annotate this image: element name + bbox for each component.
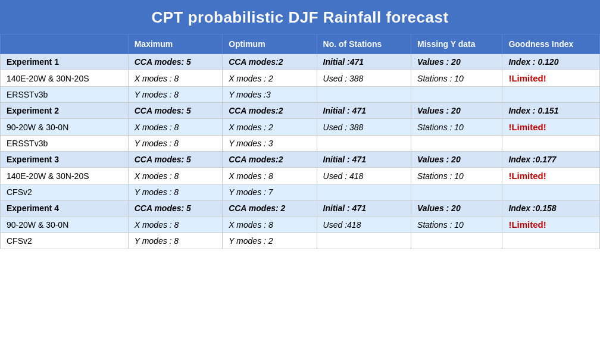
table-cell: 90-20W & 30-0N xyxy=(1,216,129,233)
table-cell: Y modes : 8 xyxy=(128,184,222,200)
table-cell: Experiment 4 xyxy=(1,200,129,216)
table-cell: X modes : 8 xyxy=(128,216,222,233)
table-cell: 140E-20W & 30N-20S xyxy=(1,70,129,87)
table-cell: !Limited! xyxy=(502,216,600,233)
table-row: 140E-20W & 30N-20SX modes : 8X modes : 2… xyxy=(1,70,600,87)
page-title: CPT probabilistic DJF Rainfall forecast xyxy=(0,0,600,34)
table-cell: ERSSTv3b xyxy=(1,87,129,103)
table-cell: Values : 20 xyxy=(411,54,502,70)
table-body: Experiment 1CCA modes: 5CCA modes:2Initi… xyxy=(1,54,600,249)
table-cell: Index :0.158 xyxy=(502,200,600,216)
table-cell: Index : 0.151 xyxy=(502,103,600,119)
table-cell: Index : 0.120 xyxy=(502,54,600,70)
table-cell xyxy=(411,136,502,152)
table-cell: Initial : 471 xyxy=(317,103,411,119)
table-row: 140E-20W & 30N-20SX modes : 8X modes : 8… xyxy=(1,168,600,184)
table-cell xyxy=(502,136,600,152)
table-cell: Experiment 3 xyxy=(1,152,129,168)
table-cell: Y modes : 2 xyxy=(223,233,317,249)
table-row: Experiment 4CCA modes: 5CCA modes: 2Init… xyxy=(1,200,600,216)
table-cell xyxy=(502,233,600,249)
table-cell: CCA modes:2 xyxy=(223,152,317,168)
table-cell: X modes : 8 xyxy=(223,216,317,233)
table-cell: Y modes : 8 xyxy=(128,136,222,152)
table-cell: Y modes : 3 xyxy=(223,136,317,152)
table-cell: Initial : 471 xyxy=(317,152,411,168)
table-row: CFSv2Y modes : 8Y modes : 2 xyxy=(1,233,600,249)
table-cell: 90-20W & 30-0N xyxy=(1,119,129,136)
header-optimum: Optimum xyxy=(223,34,317,54)
header-maximum: Maximum xyxy=(128,34,222,54)
table-cell: Initial :471 xyxy=(317,54,411,70)
table-row: Experiment 2CCA modes: 5CCA modes:2Initi… xyxy=(1,103,600,119)
table-row: 90-20W & 30-0NX modes : 8X modes : 8Used… xyxy=(1,216,600,233)
table-cell: Y modes : 8 xyxy=(128,233,222,249)
table-cell: Stations : 10 xyxy=(411,168,502,184)
table-cell: Values : 20 xyxy=(411,152,502,168)
table-cell: CCA modes: 5 xyxy=(128,200,222,216)
table-row: ERSSTv3bY modes : 8Y modes : 3 xyxy=(1,136,600,152)
header-stations: No. of Stations xyxy=(317,34,411,54)
table-cell: Used : 418 xyxy=(317,168,411,184)
limited-badge: !Limited! xyxy=(508,219,546,230)
limited-badge: !Limited! xyxy=(508,73,546,83)
table-cell: CCA modes:2 xyxy=(223,54,317,70)
table-row: CFSv2Y modes : 8Y modes : 7 xyxy=(1,184,600,200)
table-row: Experiment 3CCA modes: 5CCA modes:2Initi… xyxy=(1,152,600,168)
page-wrapper: CPT probabilistic DJF Rainfall forecast … xyxy=(0,0,600,364)
table-cell xyxy=(317,87,411,103)
table-cell: X modes : 2 xyxy=(223,119,317,136)
header-goodness: Goodness Index xyxy=(502,34,600,54)
table-cell: CCA modes: 2 xyxy=(223,200,317,216)
table-cell: Stations : 10 xyxy=(411,216,502,233)
table-cell: Stations : 10 xyxy=(411,119,502,136)
table-cell: Experiment 1 xyxy=(1,54,129,70)
table-cell: X modes : 8 xyxy=(128,70,222,87)
table-cell xyxy=(411,87,502,103)
forecast-table: Maximum Optimum No. of Stations Missing … xyxy=(0,34,600,249)
table-cell: X modes : 8 xyxy=(223,168,317,184)
table-cell xyxy=(317,184,411,200)
table-cell: Values : 20 xyxy=(411,103,502,119)
table-row: Experiment 1CCA modes: 5CCA modes:2Initi… xyxy=(1,54,600,70)
table-cell: Experiment 2 xyxy=(1,103,129,119)
table-cell: Values : 20 xyxy=(411,200,502,216)
table-cell: X modes : 8 xyxy=(128,119,222,136)
table-cell: X modes : 8 xyxy=(128,168,222,184)
header-missing: Missing Y data xyxy=(411,34,502,54)
header-label xyxy=(1,34,129,54)
table-cell xyxy=(411,184,502,200)
table-cell: CFSv2 xyxy=(1,233,129,249)
limited-badge: !Limited! xyxy=(508,122,546,132)
table-cell: Initial : 471 xyxy=(317,200,411,216)
table-cell: Y modes : 8 xyxy=(128,87,222,103)
table-cell: ERSSTv3b xyxy=(1,136,129,152)
table-cell xyxy=(317,136,411,152)
table-cell: !Limited! xyxy=(502,168,600,184)
table-cell xyxy=(502,87,600,103)
table-cell: !Limited! xyxy=(502,119,600,136)
table-cell: CFSv2 xyxy=(1,184,129,200)
table-cell: Used : 388 xyxy=(317,70,411,87)
table-cell: Y modes : 7 xyxy=(223,184,317,200)
table-cell: !Limited! xyxy=(502,70,600,87)
table-cell: Used :418 xyxy=(317,216,411,233)
table-header-row: Maximum Optimum No. of Stations Missing … xyxy=(1,34,600,54)
table-cell xyxy=(317,233,411,249)
table-cell xyxy=(411,233,502,249)
table-cell: Y modes :3 xyxy=(223,87,317,103)
table-cell: CCA modes: 5 xyxy=(128,103,222,119)
table-cell: Stations : 10 xyxy=(411,70,502,87)
table-cell: CCA modes: 5 xyxy=(128,54,222,70)
table-cell: 140E-20W & 30N-20S xyxy=(1,168,129,184)
table-cell: CCA modes:2 xyxy=(223,103,317,119)
table-row: 90-20W & 30-0NX modes : 8X modes : 2Used… xyxy=(1,119,600,136)
table-cell: Used : 388 xyxy=(317,119,411,136)
table-cell: X modes : 2 xyxy=(223,70,317,87)
table-row: ERSSTv3bY modes : 8Y modes :3 xyxy=(1,87,600,103)
table-cell: CCA modes: 5 xyxy=(128,152,222,168)
limited-badge: !Limited! xyxy=(508,171,546,181)
table-cell: Index :0.177 xyxy=(502,152,600,168)
table-cell xyxy=(502,184,600,200)
